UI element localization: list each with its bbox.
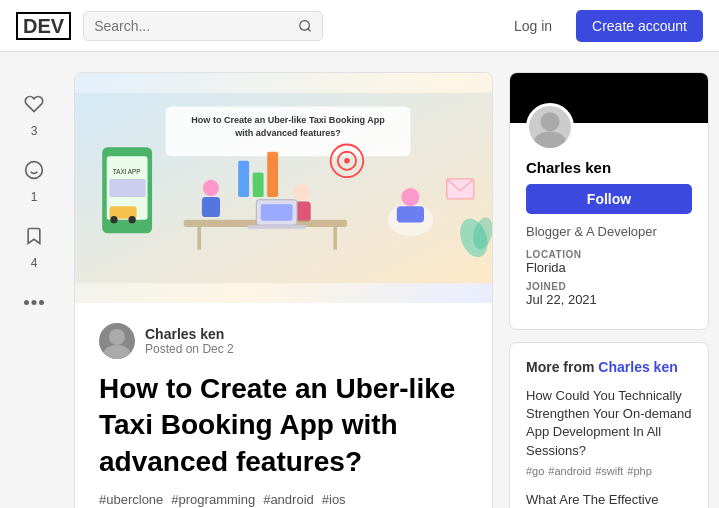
like-action[interactable]: 3: [18, 88, 50, 138]
author-info: Charles ken Posted on Dec 2: [145, 326, 234, 356]
svg-text:with advanced features?: with advanced features?: [234, 128, 341, 138]
author-avatar-large: [526, 103, 574, 151]
svg-point-41: [104, 345, 130, 359]
related-article-1-title[interactable]: How Could You Technically Strengthen You…: [526, 387, 692, 460]
svg-rect-35: [197, 227, 201, 250]
svg-text:TAXI APP: TAXI APP: [113, 168, 141, 175]
follow-button[interactable]: Follow: [526, 184, 692, 214]
svg-rect-18: [238, 161, 249, 197]
svg-point-5: [32, 300, 37, 305]
svg-text:How to Create an Uber-like Tax: How to Create an Uber-like Taxi Booking …: [191, 115, 385, 125]
unicorn-count: 1: [31, 190, 38, 204]
more-action[interactable]: [18, 286, 50, 318]
svg-point-40: [109, 329, 125, 345]
svg-rect-26: [397, 206, 424, 222]
bookmark-count: 4: [31, 256, 38, 270]
author-name-label[interactable]: Charles ken: [145, 326, 234, 342]
more-from-label: More from: [526, 359, 594, 375]
tag-php[interactable]: #php: [627, 465, 651, 477]
top-header: DEV Log in Create account: [0, 0, 719, 52]
svg-rect-20: [267, 152, 278, 197]
joined-meta: JOINED Jul 22, 2021: [526, 281, 692, 307]
more-from-author[interactable]: Charles ken: [598, 359, 677, 375]
related-article-1: How Could You Technically Strengthen You…: [526, 387, 692, 477]
search-icon: [298, 18, 312, 34]
related-article-2: What Are The Effective Techstack that Co…: [526, 491, 692, 508]
article-hero-image: How to Create an Uber-like Taxi Booking …: [75, 73, 492, 303]
author-row: Charles ken Posted on Dec 2: [99, 323, 468, 359]
bookmark-action[interactable]: 4: [18, 220, 50, 270]
author-avatar-small: [99, 323, 135, 359]
left-sidebar: 3 1 4: [10, 72, 58, 508]
svg-point-17: [128, 216, 135, 223]
svg-point-6: [39, 300, 44, 305]
svg-point-4: [24, 300, 29, 305]
tag-ios[interactable]: #ios: [322, 492, 346, 507]
right-sidebar: Charles ken Follow Blogger & A Developer…: [509, 72, 709, 508]
location-label: LOCATION: [526, 249, 692, 260]
tag-programming[interactable]: #programming: [171, 492, 255, 507]
svg-rect-19: [253, 173, 264, 197]
author-card: Charles ken Follow Blogger & A Developer…: [509, 72, 709, 330]
joined-value: Jul 22, 2021: [526, 292, 692, 307]
svg-line-1: [308, 28, 311, 31]
search-bar[interactable]: [83, 11, 323, 41]
tag-android[interactable]: #android: [263, 492, 314, 507]
svg-rect-38: [261, 204, 293, 220]
tag-swift[interactable]: #swift: [595, 465, 623, 477]
svg-point-23: [344, 158, 349, 163]
tag-uberclone[interactable]: #uberclone: [99, 492, 163, 507]
posted-date: Posted on Dec 2: [145, 342, 234, 356]
svg-rect-36: [333, 227, 337, 250]
more-from-title: More from Charles ken: [526, 359, 692, 375]
article-body: Charles ken Posted on Dec 2 How to Creat…: [75, 303, 492, 508]
login-button[interactable]: Log in: [502, 10, 564, 42]
svg-point-25: [401, 188, 419, 206]
hero-illustration: How to Create an Uber-like Taxi Booking …: [75, 83, 492, 293]
svg-point-30: [203, 180, 219, 196]
svg-rect-31: [202, 197, 220, 217]
svg-rect-39: [247, 225, 306, 229]
tag-go[interactable]: #go: [526, 465, 544, 477]
author-card-profile: Charles ken Follow Blogger & A Developer…: [510, 103, 708, 329]
location-meta: LOCATION Florida: [526, 249, 692, 275]
svg-rect-14: [109, 179, 145, 197]
tags-row: #uberclone #programming #android #ios: [99, 492, 468, 507]
like-count: 3: [31, 124, 38, 138]
svg-point-42: [540, 112, 559, 131]
svg-point-0: [300, 20, 310, 30]
location-value: Florida: [526, 260, 692, 275]
main-article: How to Create an Uber-like Taxi Booking …: [74, 72, 493, 508]
related-article-2-title[interactable]: What Are The Effective Techstack that Co…: [526, 491, 692, 508]
unicorn-action[interactable]: 1: [18, 154, 50, 204]
dev-logo[interactable]: DEV: [16, 12, 71, 40]
joined-label: JOINED: [526, 281, 692, 292]
svg-point-32: [293, 184, 309, 200]
profile-name: Charles ken: [526, 159, 692, 176]
create-account-button[interactable]: Create account: [576, 10, 703, 42]
like-icon: [18, 88, 50, 120]
svg-point-43: [534, 131, 566, 148]
article-title: How to Create an Uber-like Taxi Booking …: [99, 371, 468, 480]
svg-point-16: [110, 216, 117, 223]
more-from-card: More from Charles ken How Could You Tech…: [509, 342, 709, 508]
bookmark-icon: [18, 220, 50, 252]
related-article-1-tags: #go #android #swift #php: [526, 465, 692, 477]
search-input[interactable]: [94, 18, 290, 34]
profile-bio: Blogger & A Developer: [526, 224, 692, 239]
more-icon: [18, 286, 50, 318]
unicorn-icon: [18, 154, 50, 186]
tag-android-r[interactable]: #android: [548, 465, 591, 477]
page-layout: 3 1 4: [0, 52, 719, 508]
